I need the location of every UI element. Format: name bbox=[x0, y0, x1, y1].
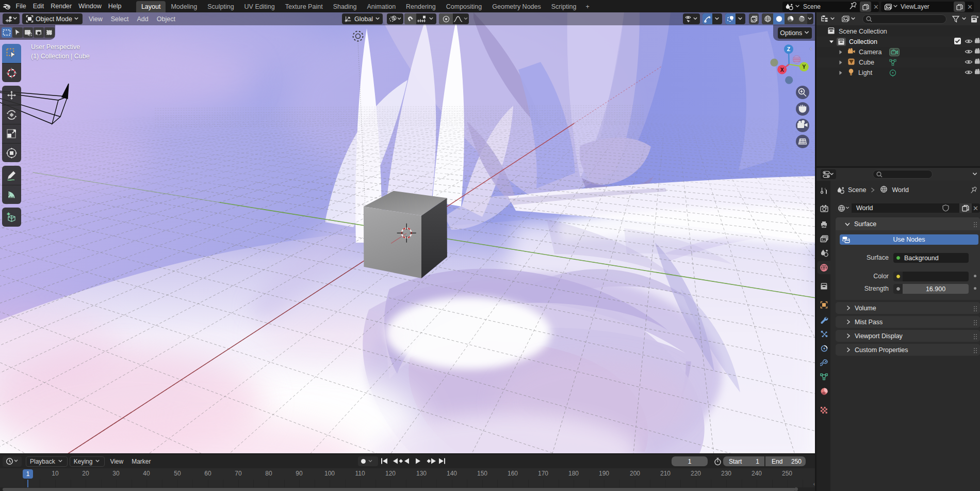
svg-text:X: X bbox=[780, 67, 784, 73]
svg-text:Z: Z bbox=[787, 46, 791, 52]
svg-text:Y: Y bbox=[802, 64, 806, 70]
